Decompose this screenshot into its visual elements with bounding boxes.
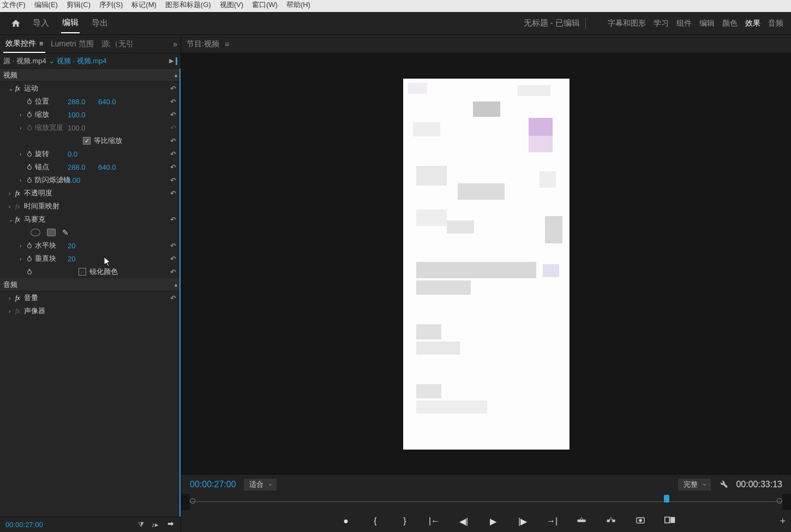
reset-icon[interactable]: ↶: [170, 242, 176, 250]
mark-in-button[interactable]: {: [369, 516, 382, 526]
chevron-down-icon[interactable]: ⌄: [49, 57, 55, 65]
menu-file[interactable]: 文件(F): [2, 0, 26, 10]
go-to-in-button[interactable]: |←: [428, 516, 441, 526]
reset-icon[interactable]: ↶: [170, 294, 176, 302]
home-button[interactable]: [8, 15, 24, 32]
reset-icon[interactable]: ↶: [170, 98, 176, 106]
v-blocks-value[interactable]: 20: [68, 255, 98, 263]
workspace-effects[interactable]: 效果: [745, 19, 760, 28]
reset-icon[interactable]: ↶: [170, 176, 176, 184]
clip-target[interactable]: 视频 · 视频.mp4: [57, 56, 107, 66]
play-icon[interactable]: ▶: [169, 57, 173, 64]
panel-menu-icon[interactable]: ≡: [39, 40, 43, 47]
anchor-y[interactable]: 640.0: [98, 163, 129, 171]
stopwatch-icon[interactable]: [26, 268, 35, 275]
timecode-display[interactable]: 00:00:27:00: [5, 521, 43, 529]
scale-value[interactable]: 100.0: [68, 111, 98, 119]
extract-button[interactable]: [604, 516, 618, 526]
reset-icon[interactable]: ↶: [170, 111, 176, 119]
effect-panner[interactable]: ›fx 声像器: [0, 304, 181, 318]
menu-help[interactable]: 帮助(H): [286, 0, 310, 10]
effect-opacity[interactable]: ›fx 不透明度 ↶: [0, 187, 181, 200]
reset-icon[interactable]: ↶: [170, 268, 176, 276]
anchor-x[interactable]: 288.0: [68, 163, 98, 171]
collapse-icon[interactable]: ▴: [175, 282, 177, 288]
tab-overflow[interactable]: »: [173, 40, 177, 49]
workspace-edit[interactable]: 编辑: [699, 19, 715, 28]
mark-out-button[interactable]: }: [398, 516, 411, 526]
tab-program[interactable]: 节目:视频≡: [187, 39, 229, 49]
mode-edit[interactable]: 编辑: [61, 13, 80, 33]
add-button[interactable]: +: [780, 516, 786, 527]
step-back-button[interactable]: ◀|: [457, 516, 470, 527]
add-marker-button[interactable]: ●: [339, 516, 352, 526]
position-y[interactable]: 640.0: [98, 98, 129, 106]
reset-icon[interactable]: ↶: [170, 163, 176, 171]
lift-button[interactable]: [575, 516, 588, 526]
share-icon[interactable]: [166, 520, 175, 529]
checkbox-sharpen[interactable]: [79, 268, 86, 276]
menu-graphics[interactable]: 图形和标题(G): [165, 0, 211, 10]
menu-window[interactable]: 窗口(W): [252, 0, 278, 10]
tab-effect-controls[interactable]: 效果控件≡: [3, 35, 45, 53]
stopwatch-icon[interactable]: [26, 242, 35, 249]
playhead[interactable]: [664, 495, 669, 503]
reset-icon[interactable]: ↶: [170, 189, 176, 198]
wrench-icon[interactable]: [718, 479, 728, 490]
reset-icon[interactable]: ↶: [170, 150, 176, 158]
panel-menu-icon[interactable]: ≡: [225, 40, 229, 49]
stopwatch-icon[interactable]: [26, 177, 35, 183]
workspace-learn[interactable]: 学习: [654, 19, 669, 28]
menu-marker[interactable]: 标记(M): [131, 0, 157, 10]
preview-area[interactable]: [181, 53, 791, 474]
tab-source[interactable]: 源:（无引: [99, 36, 136, 52]
tab-lumetri[interactable]: Lumetri 范围: [49, 36, 96, 52]
zoom-select[interactable]: 适合: [244, 479, 277, 491]
workspace-assembly[interactable]: 组件: [676, 19, 692, 28]
stopwatch-icon[interactable]: [26, 255, 35, 262]
reset-icon[interactable]: ↶: [170, 137, 176, 145]
anti-flicker-value[interactable]: 0.00: [67, 176, 97, 184]
ellipse-mask-icon[interactable]: [31, 229, 40, 236]
menu-view[interactable]: 视图(V): [220, 0, 243, 10]
rect-mask-icon[interactable]: [47, 229, 56, 236]
position-x[interactable]: 288.0: [68, 98, 98, 106]
stopwatch-icon[interactable]: [26, 98, 35, 105]
timecode-in[interactable]: 00:00:27:00: [190, 480, 236, 489]
effect-motion[interactable]: ⌄fx 运动 ↶: [0, 82, 181, 95]
menu-clip[interactable]: 剪辑(C): [67, 0, 91, 10]
mode-import[interactable]: 导入: [32, 14, 50, 33]
step-forward-button[interactable]: |▶: [516, 516, 529, 527]
menu-sequence[interactable]: 序列(S): [99, 0, 123, 10]
timecode-out: 00:00:33:13: [736, 480, 782, 489]
checkbox-uniform-scale[interactable]: ✓: [83, 137, 91, 145]
stopwatch-icon[interactable]: [26, 164, 35, 170]
reset-icon[interactable]: ↶: [170, 255, 176, 263]
timeline-ruler[interactable]: [190, 494, 782, 510]
menu-edit[interactable]: 编辑(E): [34, 0, 58, 10]
reset-icon[interactable]: ↶: [170, 216, 176, 224]
stopwatch-icon[interactable]: [26, 151, 35, 157]
reset-icon[interactable]: ↶: [170, 85, 176, 93]
menu-bar[interactable]: 文件(F) 编辑(E) 剪辑(C) 序列(S) 标记(M) 图形和标题(G) 视…: [0, 0, 791, 12]
comparison-button[interactable]: [663, 516, 676, 526]
collapse-icon[interactable]: ▴: [175, 72, 177, 78]
clip-source[interactable]: 源 · 视频.mp4: [3, 56, 46, 66]
stopwatch-icon[interactable]: [26, 111, 35, 118]
export-frame-button[interactable]: [634, 516, 647, 526]
sort-icon[interactable]: ♪▸: [152, 521, 159, 529]
workspace-captions[interactable]: 字幕和图形: [608, 19, 646, 28]
quality-select[interactable]: 完整: [678, 479, 711, 491]
effect-time-remap[interactable]: ›fx 时间重映射: [0, 200, 181, 213]
play-button[interactable]: ▶: [487, 516, 500, 527]
go-to-out-button[interactable]: →|: [546, 516, 559, 526]
workspace-color[interactable]: 颜色: [722, 19, 738, 28]
pen-mask-icon[interactable]: ✎: [62, 228, 69, 237]
workspace-audio[interactable]: 音频: [768, 19, 783, 28]
effect-mosaic[interactable]: ⌄fx 马赛克 ↶: [0, 213, 181, 226]
effect-volume[interactable]: ›fx 音量 ↶: [0, 291, 181, 304]
mode-export[interactable]: 导出: [91, 14, 109, 33]
rotation-value[interactable]: 0.0: [68, 150, 98, 158]
h-blocks-value[interactable]: 20: [68, 242, 98, 250]
funnel-icon[interactable]: ⧩: [138, 521, 144, 529]
